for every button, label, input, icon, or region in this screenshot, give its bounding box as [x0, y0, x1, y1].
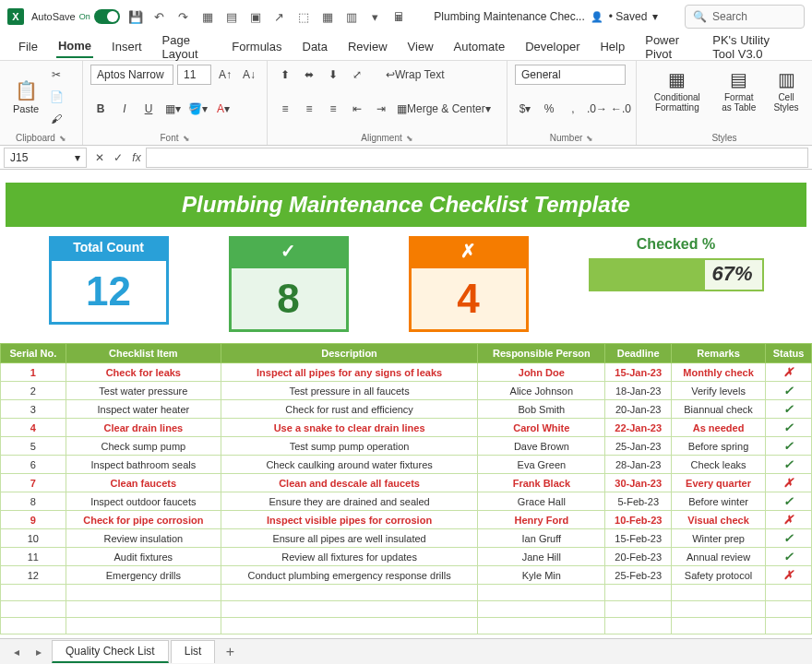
decrease-decimal-button[interactable]: ←.0 — [611, 99, 631, 119]
cell[interactable]: 28-Jan-23 — [605, 456, 672, 474]
cell[interactable] — [221, 585, 477, 601]
cell[interactable]: 30-Jan-23 — [605, 474, 672, 492]
cell[interactable]: Jane Hill — [478, 548, 605, 566]
cell[interactable]: Clean faucets — [66, 474, 221, 492]
cell[interactable]: 12 — [1, 566, 66, 585]
table-row[interactable]: 2Test water pressureTest pressure in all… — [1, 382, 812, 400]
cell[interactable]: 15-Jan-23 — [605, 363, 672, 382]
dialog-launcher-icon[interactable]: ⬊ — [586, 134, 593, 143]
decrease-font-button[interactable]: A↓ — [239, 65, 259, 85]
cell[interactable]: Before spring — [671, 437, 765, 456]
table-row[interactable]: 12Emergency drillsConduct plumbing emerg… — [1, 566, 812, 585]
cell[interactable]: 8 — [1, 492, 66, 511]
column-header[interactable]: Responsible Person — [478, 344, 605, 363]
cell[interactable]: Inspect all pipes for any signs of leaks — [221, 363, 477, 382]
cell[interactable] — [221, 601, 477, 618]
align-center-button[interactable]: ≡ — [299, 99, 319, 119]
cell[interactable]: Before winter — [671, 492, 765, 511]
cell[interactable]: Test sump pump operation — [221, 437, 477, 456]
ribbon-tab-data[interactable]: Data — [301, 36, 329, 57]
align-top-button[interactable]: ⬆ — [275, 65, 295, 85]
table-row[interactable]: 11Audit fixturesReview all fixtures for … — [1, 548, 812, 566]
italic-button[interactable]: I — [114, 99, 135, 119]
cell[interactable]: Clear drain lines — [66, 419, 221, 437]
cell[interactable]: Check leaks — [671, 456, 765, 474]
checklist-table[interactable]: Serial No.Checklist ItemDescriptionRespo… — [0, 343, 812, 634]
status-cell[interactable]: ✓ — [766, 437, 812, 456]
wrap-text-button[interactable]: ↩ Wrap Text — [384, 65, 447, 85]
increase-decimal-button[interactable]: .0→ — [587, 99, 607, 119]
cell-styles-button[interactable]: ▥Cell Styles — [768, 65, 805, 116]
comma-button[interactable]: , — [563, 99, 583, 119]
cell[interactable]: Every quarter — [671, 474, 765, 492]
redo-icon[interactable]: ↷ — [175, 8, 192, 25]
name-box[interactable]: J15▾ — [4, 148, 87, 168]
column-header[interactable]: Serial No. — [1, 344, 66, 363]
table-row[interactable] — [1, 585, 812, 601]
next-sheet-button[interactable]: ▸ — [30, 646, 48, 658]
cell[interactable]: John Doe — [478, 363, 605, 382]
chevron-down-icon[interactable]: ▾ — [652, 10, 658, 23]
dialog-launcher-icon[interactable]: ⬊ — [59, 134, 66, 143]
share-icon[interactable]: 👤 — [591, 11, 603, 23]
table-row[interactable]: 9Check for pipe corrosionInspect visible… — [1, 511, 812, 529]
orientation-button[interactable]: ⤢ — [347, 65, 367, 85]
cell[interactable]: Ensure they are drained and sealed — [221, 492, 477, 511]
ribbon-tab-automate[interactable]: Automate — [452, 36, 508, 57]
column-header[interactable]: Deadline — [605, 344, 672, 363]
cell[interactable]: Bob Smith — [478, 400, 605, 419]
column-header[interactable]: Description — [221, 344, 477, 363]
cell[interactable]: 18-Jan-23 — [605, 382, 672, 400]
status-cell[interactable]: ✗ — [766, 474, 812, 492]
cell[interactable]: Inspect visible pipes for corrosion — [221, 511, 477, 529]
cell[interactable] — [221, 618, 477, 634]
add-sheet-button[interactable]: + — [219, 644, 241, 660]
decrease-indent-button[interactable]: ⇤ — [347, 99, 367, 119]
ribbon-tab-view[interactable]: View — [406, 36, 436, 57]
save-icon[interactable]: 💾 — [127, 8, 144, 25]
cell[interactable]: Conduct plumbing emergency response dril… — [221, 566, 477, 585]
copy-button[interactable]: 📄 — [46, 87, 66, 107]
cell[interactable]: Inspect outdoor faucets — [66, 492, 221, 511]
cell[interactable] — [1, 585, 66, 601]
table-row[interactable]: 4Clear drain linesUse a snake to clear d… — [1, 419, 812, 437]
cell[interactable]: Henry Ford — [478, 511, 605, 529]
chevron-down-icon[interactable]: ▾ — [75, 151, 80, 164]
cell[interactable]: 20-Feb-23 — [605, 548, 672, 566]
underline-button[interactable]: U — [138, 99, 159, 119]
cell[interactable]: Carol White — [478, 419, 605, 437]
qat-icon[interactable]: ▤ — [223, 8, 240, 25]
table-row[interactable]: 8Inspect outdoor faucetsEnsure they are … — [1, 492, 812, 511]
cell[interactable]: Check for pipe corrosion — [66, 511, 221, 529]
cell[interactable]: 9 — [1, 511, 66, 529]
cell[interactable]: Check for leaks — [66, 363, 221, 382]
format-as-table-button[interactable]: ▤Format as Table — [714, 65, 764, 116]
sheet-tab[interactable]: List — [171, 640, 216, 663]
cell[interactable] — [1, 618, 66, 634]
cell[interactable]: Kyle Min — [478, 566, 605, 585]
cell[interactable]: Biannual check — [671, 400, 765, 419]
cell[interactable]: Check for rust and efficiency — [221, 400, 477, 419]
cell[interactable]: As needed — [671, 419, 765, 437]
ribbon-tab-home[interactable]: Home — [56, 35, 93, 58]
bold-button[interactable]: B — [90, 99, 111, 119]
cell[interactable] — [671, 601, 765, 618]
cell[interactable] — [766, 585, 812, 601]
undo-icon[interactable]: ↶ — [151, 8, 168, 25]
increase-font-button[interactable]: A↑ — [215, 65, 235, 85]
cell[interactable] — [605, 618, 672, 634]
cell[interactable] — [478, 601, 605, 618]
qat-icon[interactable]: ▦ — [319, 8, 336, 25]
fx-button[interactable]: fx — [127, 151, 146, 164]
qat-icon[interactable]: ▾ — [367, 8, 384, 25]
cut-button[interactable]: ✂ — [46, 65, 66, 85]
cell[interactable]: Ensure all pipes are well insulated — [221, 529, 477, 548]
cell[interactable] — [66, 601, 221, 618]
cell[interactable]: Review all fixtures for updates — [221, 548, 477, 566]
table-row[interactable]: 10Review insulationEnsure all pipes are … — [1, 529, 812, 548]
cell[interactable]: Monthly check — [671, 363, 765, 382]
conditional-formatting-button[interactable]: ▦Conditional Formatting — [644, 65, 710, 116]
percent-button[interactable]: % — [539, 99, 559, 119]
cell[interactable]: 1 — [1, 363, 66, 382]
column-header[interactable]: Remarks — [671, 344, 765, 363]
